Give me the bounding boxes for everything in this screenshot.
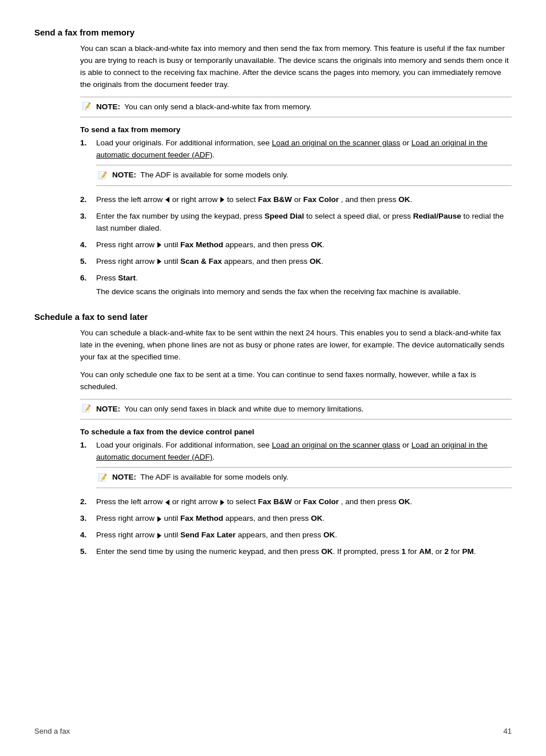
note-content-step1-1: The ADF is available for some models onl… xyxy=(140,171,288,179)
step-content-2-5: Enter the send time by using the numeric… xyxy=(96,546,512,558)
step-2-1-link1[interactable]: Load an original on the scanner glass xyxy=(272,441,400,449)
step-2-1-text-between: or xyxy=(400,441,412,449)
arrow-right-icon-2-3 xyxy=(157,516,161,522)
bold-scan-fax: Scan & Fax xyxy=(180,257,222,266)
step-number-2-2: 2. xyxy=(80,496,92,508)
sub-heading-2: To schedule a fax from the device contro… xyxy=(80,428,512,436)
step-number-2-3: 3. xyxy=(80,513,92,525)
footer-left: Send a fax xyxy=(34,727,70,735)
note-text-2: NOTE: You can only send faxes in black a… xyxy=(96,403,364,415)
note-content-2: You can only send faxes in black and whi… xyxy=(124,405,363,413)
step-content-1-5: Press right arrow until Scan & Fax appea… xyxy=(96,256,512,268)
step-number-2-5: 5. xyxy=(80,546,92,558)
step-1-5: 5. Press right arrow until Scan & Fax ap… xyxy=(80,256,512,268)
bold-ok-2-2: OK xyxy=(398,497,410,506)
note-text-step1-1: NOTE: The ADF is available for some mode… xyxy=(112,169,288,181)
arrow-left-icon-1-2 xyxy=(165,197,169,203)
step-number-1-2: 2. xyxy=(80,194,92,206)
note-content-1: You can only send a black-and-white fax … xyxy=(124,102,311,111)
note-label-1: NOTE: xyxy=(96,102,120,111)
step-1-1-text-before: Load your originals. For additional info… xyxy=(96,138,272,147)
note-icon-step1-1: 📝 xyxy=(96,170,109,181)
bold-redial-pause: Redial/Pause xyxy=(413,212,461,220)
page: Send a fax from memory You can scan a bl… xyxy=(0,0,546,756)
bold-start: Start xyxy=(118,274,136,282)
arrow-right-icon-1-2 xyxy=(220,197,224,203)
arrow-left-icon-2-2 xyxy=(165,500,169,505)
step-content-2-1: Load your originals. For additional info… xyxy=(96,440,512,492)
step-1-6: 6. Press Start. The device scans the ori… xyxy=(80,272,512,299)
bold-fax-color-2-2: Fax Color xyxy=(303,497,339,506)
footer-right: 41 xyxy=(504,727,512,735)
note-text-step2-1: NOTE: The ADF is available for some mode… xyxy=(112,472,288,483)
step-number-2-1: 1. xyxy=(80,440,92,492)
bold-ok-2-3: OK xyxy=(311,514,322,523)
note-label-step2-1: NOTE: xyxy=(112,473,136,481)
note-label-step1-1: NOTE: xyxy=(112,171,136,179)
step-content-1-1: Load your originals. For additional info… xyxy=(96,137,512,189)
step-number-1-3: 3. xyxy=(80,211,92,235)
step-2-1: 1. Load your originals. For additional i… xyxy=(80,440,512,492)
step-number-2-4: 4. xyxy=(80,529,92,541)
bold-send-fax-later: Send Fax Later xyxy=(180,531,236,539)
step-content-1-4: Press right arrow until Fax Method appea… xyxy=(96,239,512,251)
arrow-right-icon-1-4 xyxy=(157,242,161,248)
bold-2: 2 xyxy=(445,547,449,556)
note-box-1: 📝 NOTE: You can only send a black-and-wh… xyxy=(80,97,512,117)
bold-ok-1-4: OK xyxy=(311,240,322,249)
step-content-2-3: Press right arrow until Fax Method appea… xyxy=(96,513,512,525)
note-text-1: NOTE: You can only send a black-and-whit… xyxy=(96,101,311,113)
note-box-2: 📝 NOTE: You can only send faxes in black… xyxy=(80,399,512,419)
note-icon-1: 📝 xyxy=(80,102,93,110)
footer: Send a fax 41 xyxy=(34,727,512,735)
step-2-2: 2. Press the left arrow or right arrow t… xyxy=(80,496,512,508)
sub-heading-1: To send a fax from memory xyxy=(80,125,512,134)
step-1-3: 3. Enter the fax number by using the key… xyxy=(80,211,512,235)
section-body-1: You can scan a black-and-white fax into … xyxy=(34,43,512,298)
step-content-1-2: Press the left arrow or right arrow to s… xyxy=(96,194,512,206)
step-number-1-6: 6. xyxy=(80,272,92,299)
section-body-2: You can schedule a black-and-white fax t… xyxy=(34,327,512,558)
step-content-2-4: Press right arrow until Send Fax Later a… xyxy=(96,529,512,541)
bold-fax-bw-2-2: Fax B&W xyxy=(258,497,292,506)
step-number-1-1: 1. xyxy=(80,137,92,189)
step-2-1-text-before: Load your originals. For additional info… xyxy=(96,441,272,449)
bold-ok-2-5: OK xyxy=(321,547,333,556)
step-1-2: 2. Press the left arrow or right arrow t… xyxy=(80,194,512,206)
section-heading-2: Schedule a fax to send later xyxy=(34,312,512,322)
bold-fax-color-1-2: Fax Color xyxy=(303,195,339,204)
section-send-fax-from-memory: Send a fax from memory You can scan a bl… xyxy=(34,27,512,298)
bold-fax-method-2: Fax Method xyxy=(180,514,223,523)
bold-fax-bw-1-2: Fax B&W xyxy=(258,195,292,204)
step-1-1-text-between: or xyxy=(400,138,412,147)
section-2-paragraph-1: You can schedule a black-and-white fax t… xyxy=(80,327,512,363)
step-2-3: 3. Press right arrow until Fax Method ap… xyxy=(80,513,512,525)
note-content-step2-1: The ADF is available for some models onl… xyxy=(140,473,288,481)
bold-fax-method-1: Fax Method xyxy=(180,240,223,249)
note-icon-step2-1: 📝 xyxy=(96,472,109,484)
section-schedule-fax: Schedule a fax to send later You can sch… xyxy=(34,312,512,558)
section-1-paragraph: You can scan a black-and-white fax into … xyxy=(80,43,512,91)
bold-ok-1-5: OK xyxy=(310,257,321,266)
step-1-1-link1[interactable]: Load an original on the scanner glass xyxy=(272,138,400,147)
section-heading-1: Send a fax from memory xyxy=(34,27,512,37)
note-icon-2: 📝 xyxy=(80,404,93,413)
bold-pm: PM xyxy=(462,547,473,556)
step-1-1-text-after: . xyxy=(212,151,215,159)
step-number-1-5: 5. xyxy=(80,256,92,268)
note-box-step1-1: 📝 NOTE: The ADF is available for some mo… xyxy=(96,165,512,186)
step-number-1-4: 4. xyxy=(80,239,92,251)
step-1-4: 4. Press right arrow until Fax Method ap… xyxy=(80,239,512,251)
step-2-4: 4. Press right arrow until Send Fax Late… xyxy=(80,529,512,541)
arrow-right-icon-2-2 xyxy=(220,500,224,505)
step-2-1-text-after: . xyxy=(212,453,215,461)
step-content-2-2: Press the left arrow or right arrow to s… xyxy=(96,496,512,508)
note-label-2: NOTE: xyxy=(96,405,120,413)
bold-ok-2-4: OK xyxy=(323,531,335,539)
arrow-right-icon-2-4 xyxy=(157,533,161,539)
bold-ok-1-2: OK xyxy=(398,195,410,204)
step-1-6-subtext: The device scans the originals into memo… xyxy=(96,286,512,298)
bold-1: 1 xyxy=(402,547,406,556)
step-content-1-3: Enter the fax number by using the keypad… xyxy=(96,211,512,235)
step-content-1-6: Press Start. The device scans the origin… xyxy=(96,272,512,299)
